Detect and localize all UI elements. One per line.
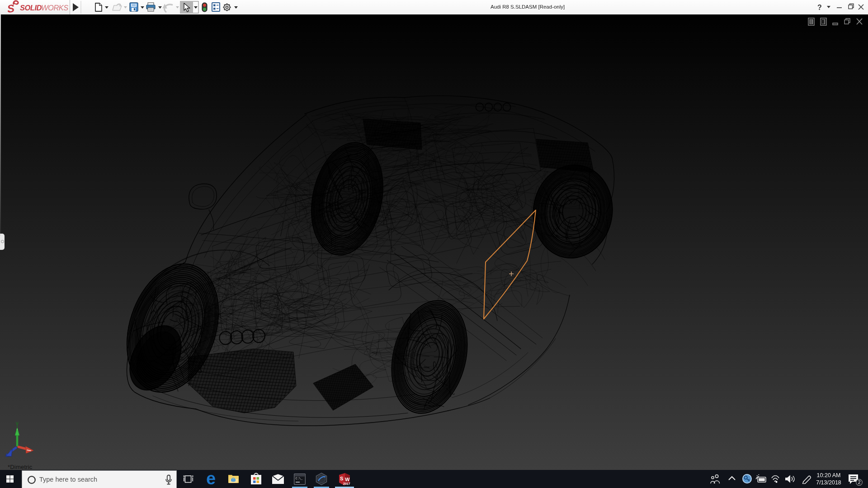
svg-text:C:\_: C:\_ bbox=[296, 477, 303, 480]
svg-text:2: 2 bbox=[858, 479, 861, 485]
svg-text:WORKS: WORKS bbox=[41, 4, 68, 12]
svg-text:S: S bbox=[6, 2, 15, 14]
svg-text:?: ? bbox=[817, 4, 822, 11]
svg-text:SOLID: SOLID bbox=[20, 4, 42, 12]
svg-text:W: W bbox=[345, 477, 350, 482]
svg-text:S: S bbox=[340, 476, 343, 481]
svg-text:2017: 2017 bbox=[343, 482, 350, 485]
